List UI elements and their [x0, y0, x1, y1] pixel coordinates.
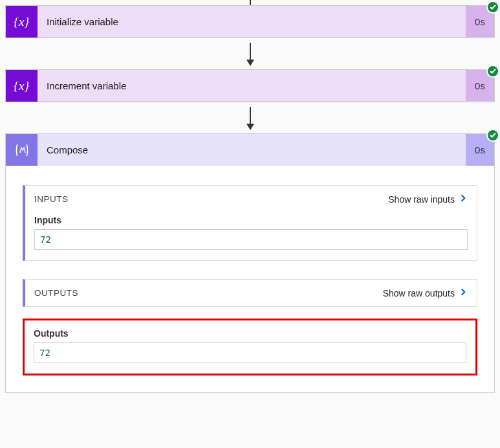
step-details: INPUTS Show raw inputs Inputs 72 OUTPUTS…	[6, 166, 494, 392]
step-header[interactable]: {x} Increment variable 0s	[6, 70, 494, 102]
compose-icon	[6, 134, 38, 166]
step-header[interactable]: Compose 0s	[6, 134, 494, 166]
connector-arrow	[5, 102, 495, 133]
outputs-section: OUTPUTS Show raw outputs	[23, 279, 477, 307]
raw-link-label: Show raw inputs	[388, 194, 455, 205]
chevron-right-icon	[459, 194, 468, 205]
svg-text:{x}: {x}	[14, 79, 29, 93]
variable-icon: {x}	[6, 70, 38, 102]
section-title: OUTPUTS	[34, 288, 78, 298]
step-compose: Compose 0s INPUTS Show raw inputs Inputs…	[5, 133, 495, 393]
step-title: Increment variable	[38, 80, 466, 91]
step-initialize-variable[interactable]: {x} Initialize variable 0s	[5, 5, 495, 38]
section-title: INPUTS	[34, 194, 69, 204]
status-success-icon	[486, 1, 499, 14]
connector-arrow	[5, 38, 495, 69]
inputs-value: 72	[34, 229, 468, 250]
connector-stub	[5, 0, 495, 5]
inputs-field-label: Inputs	[34, 215, 468, 225]
step-increment-variable[interactable]: {x} Increment variable 0s	[5, 69, 495, 102]
outputs-highlight: Outputs 72	[23, 319, 477, 375]
svg-text:{x}: {x}	[14, 15, 29, 28]
status-success-icon	[486, 129, 499, 142]
outputs-field-label: Outputs	[34, 328, 466, 339]
step-title: Initialize variable	[38, 16, 466, 27]
inputs-section: INPUTS Show raw inputs Inputs 72	[23, 185, 477, 261]
show-raw-inputs-link[interactable]: Show raw inputs	[388, 194, 468, 205]
variable-icon: {x}	[6, 6, 38, 38]
chevron-right-icon	[459, 287, 468, 298]
outputs-value: 72	[34, 342, 466, 363]
status-success-icon	[486, 65, 499, 78]
step-header[interactable]: {x} Initialize variable 0s	[6, 6, 494, 38]
raw-link-label: Show raw outputs	[383, 288, 455, 298]
show-raw-outputs-link[interactable]: Show raw outputs	[383, 287, 468, 298]
step-title: Compose	[38, 144, 466, 155]
